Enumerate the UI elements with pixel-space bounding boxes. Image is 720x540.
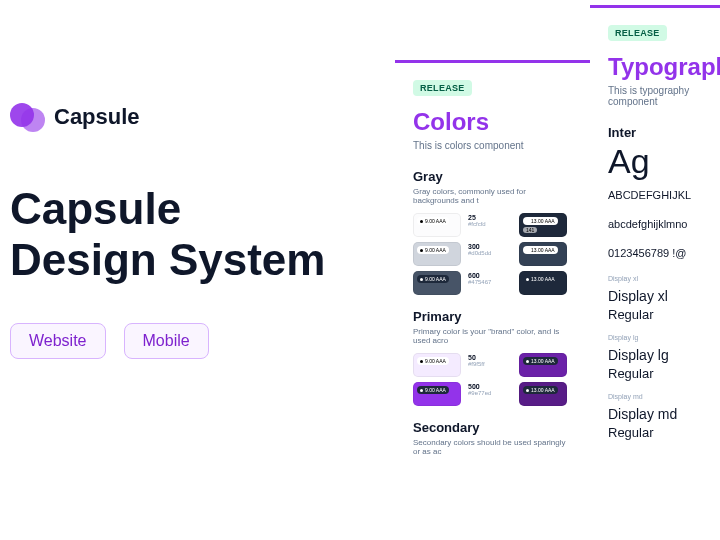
swatch[interactable]: 13.00 AAA 141 [519, 213, 567, 237]
page-title: Capsule Design System [10, 184, 395, 285]
capsule-logo-icon [10, 100, 44, 134]
scale-name: Display xl [608, 288, 702, 304]
gray-swatch-grid: 9.00 AAA 25#fcfcfd 13.00 AAA 141 9.00 AA… [413, 213, 572, 295]
alphabet-numeric: 0123456789 !@ [608, 246, 702, 261]
scale-weight: Regular [608, 307, 702, 322]
release-badge: RELEASE [608, 25, 667, 41]
primary-heading: Primary [413, 309, 572, 324]
typography-title: Typography [608, 53, 702, 81]
contrast-tag: 9.00 AAA [417, 386, 449, 394]
typography-card: RELEASE Typography This is typography co… [590, 5, 720, 540]
release-badge: RELEASE [413, 80, 472, 96]
swatch[interactable]: 9.00 AAA [413, 242, 461, 266]
title-line-1: Capsule [10, 184, 181, 233]
swatch-info: 600#475467 [466, 271, 514, 295]
swatch-info: 300#d0d5dd [466, 242, 514, 266]
website-button[interactable]: Website [10, 323, 106, 359]
contrast-tag: 13.00 AAA [523, 275, 558, 283]
contrast-tag: 13.00 AAA [523, 217, 558, 225]
primary-swatch-grid: 9.00 AAA 50#f9f5ff 13.00 AAA 9.00 AAA 50… [413, 353, 572, 406]
gray-desc: Gray colors, commonly used for backgroun… [413, 187, 572, 205]
swatch-subtag: 141 [523, 227, 537, 233]
swatch[interactable]: 9.00 AAA [413, 382, 461, 406]
swatch-info: 25#fcfcfd [466, 213, 514, 237]
scale-label: Display lg [608, 334, 702, 341]
swatch[interactable]: 13.00 AAA [519, 382, 567, 406]
swatch[interactable]: 9.00 AAA [413, 271, 461, 295]
primary-desc: Primary color is your "brand" color, and… [413, 327, 572, 345]
contrast-tag: 9.00 AAA [417, 357, 449, 365]
contrast-tag: 9.00 AAA [417, 217, 449, 225]
swatch[interactable]: 13.00 AAA [519, 271, 567, 295]
scale-name: Display lg [608, 347, 702, 363]
typography-subtitle: This is typography component [608, 85, 702, 107]
mobile-button[interactable]: Mobile [124, 323, 209, 359]
swatch[interactable]: 9.00 AAA [413, 213, 461, 237]
scale-label: Display xl [608, 275, 702, 282]
title-line-2: Design System [10, 235, 325, 284]
colors-subtitle: This is colors component [413, 140, 572, 151]
alphabet-upper: ABCDEFGHIJKL [608, 188, 702, 203]
button-row: Website Mobile [10, 323, 395, 359]
font-family-name: Inter [608, 125, 702, 140]
swatch[interactable]: 13.00 AAA [519, 242, 567, 266]
logo-row: Capsule [10, 100, 395, 134]
colors-card: RELEASE Colors This is colors component … [395, 60, 590, 540]
type-scale-row: Display xl Display xl Regular [608, 275, 702, 322]
scale-weight: Regular [608, 366, 702, 381]
contrast-tag: 13.00 AAA [523, 386, 558, 394]
contrast-tag: 13.00 AAA [523, 246, 558, 254]
scale-name: Display md [608, 406, 702, 422]
contrast-tag: 13.00 AAA [523, 357, 558, 365]
type-scale-row: Display md Display md Regular [608, 393, 702, 440]
contrast-tag: 9.00 AAA [417, 275, 449, 283]
colors-title: Colors [413, 108, 572, 136]
swatch[interactable]: 9.00 AAA [413, 353, 461, 377]
font-glyph-sample: Ag [608, 144, 702, 178]
swatch-info: 50#f9f5ff [466, 353, 514, 377]
contrast-tag: 9.00 AAA [417, 246, 449, 254]
type-scale-row: Display lg Display lg Regular [608, 334, 702, 381]
swatch-info: 500#9e77ed [466, 382, 514, 406]
swatch[interactable]: 13.00 AAA [519, 353, 567, 377]
alphabet-lower: abcdefghijklmno [608, 217, 702, 232]
scale-label: Display md [608, 393, 702, 400]
gray-heading: Gray [413, 169, 572, 184]
secondary-heading: Secondary [413, 420, 572, 435]
hero-panel: Capsule Capsule Design System Website Mo… [0, 0, 395, 540]
brand-name: Capsule [54, 104, 140, 130]
scale-weight: Regular [608, 425, 702, 440]
secondary-desc: Secondary colors should be used sparingl… [413, 438, 572, 456]
